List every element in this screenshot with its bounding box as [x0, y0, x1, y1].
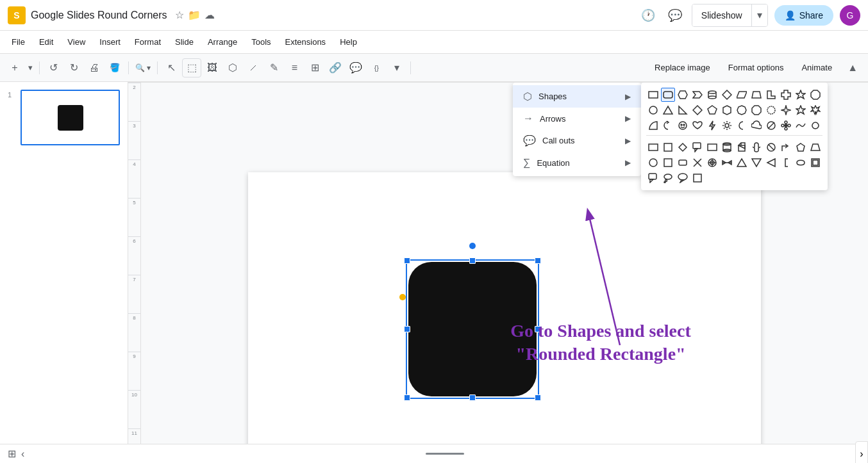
shape-drum[interactable] — [720, 140, 734, 154]
menu-insert[interactable]: Insert — [93, 35, 127, 49]
slide-thumbnail-1[interactable]: 1 — [8, 90, 120, 145]
shape-decagon[interactable] — [764, 103, 778, 117]
print-btn[interactable]: 🖨 — [85, 58, 104, 77]
shape-diamond[interactable] — [720, 88, 734, 102]
star-icon[interactable]: ☆ — [175, 9, 184, 21]
shape-triangle-down[interactable] — [749, 156, 764, 170]
folder-icon[interactable]: 📁 — [188, 9, 201, 21]
shape-star[interactable] — [794, 88, 808, 102]
shape-circle[interactable] — [646, 103, 660, 117]
shape-triangle[interactable] — [661, 103, 675, 117]
history-icon[interactable]: 🕐 — [638, 5, 658, 26]
shape-star4[interactable] — [779, 103, 793, 117]
slideshow-label[interactable]: Slideshow — [692, 4, 751, 26]
shape-circle2[interactable] — [646, 156, 660, 170]
shape-l-shape[interactable] — [764, 88, 778, 102]
shape-diamond2[interactable] — [690, 103, 705, 117]
shape-cross[interactable] — [779, 88, 793, 102]
shape-trapezoid[interactable] — [749, 88, 764, 102]
shape-bent-arrow[interactable] — [779, 140, 793, 154]
comment-btn[interactable]: 💬 — [346, 58, 365, 77]
grid-view-icon[interactable]: ⊞ — [8, 448, 16, 460]
pen-btn[interactable]: ✎ — [264, 58, 283, 77]
shape-cylinder-top[interactable] — [705, 88, 719, 102]
shape-curved-arrow[interactable] — [661, 118, 675, 133]
shape-h-line[interactable] — [720, 156, 734, 170]
shape-pentagon[interactable] — [705, 103, 719, 117]
shape-star5[interactable] — [794, 103, 808, 117]
link-btn[interactable]: 🔗 — [326, 58, 345, 77]
shape-heart[interactable] — [690, 118, 705, 133]
line-btn[interactable]: ⟋ — [244, 58, 263, 77]
shape-octagon[interactable] — [808, 88, 822, 102]
format-options-btn[interactable]: Format options — [721, 60, 792, 75]
dropdown-item-equation[interactable]: ∑ Equation ▶ — [513, 152, 641, 174]
slideshow-button[interactable]: Slideshow ▾ — [692, 4, 768, 27]
scroll-bar[interactable] — [426, 453, 464, 455]
shape-wave[interactable] — [794, 118, 808, 133]
redo-btn[interactable]: ↻ — [64, 58, 83, 77]
shape-rectangle[interactable] — [646, 88, 660, 102]
shape-sun[interactable] — [720, 118, 734, 133]
slideshow-dropdown-arrow[interactable]: ▾ — [751, 4, 767, 26]
shape-target[interactable] — [705, 156, 719, 170]
shape-frame[interactable] — [808, 156, 822, 170]
shape-moon[interactable] — [735, 118, 749, 133]
image-btn[interactable]: 🖼 — [203, 58, 222, 77]
cloud-icon[interactable]: ☁ — [204, 9, 215, 21]
zoom-control[interactable]: 🔍 ▾ — [133, 58, 153, 77]
shape-x-mark[interactable] — [690, 156, 705, 170]
handle-bot-right[interactable] — [535, 394, 541, 401]
add-btn[interactable]: + — [5, 58, 24, 77]
menu-help[interactable]: Help — [333, 35, 363, 49]
shape-parallelogram[interactable] — [735, 88, 749, 102]
shape-lightning[interactable] — [705, 118, 719, 133]
shape-diamond3[interactable] — [676, 140, 690, 154]
zoom-dropdown[interactable]: ▾ — [26, 58, 35, 77]
slide[interactable]: Go to Shapes and select "Rounded Rectang… — [248, 172, 761, 463]
shape-octagon2[interactable] — [749, 103, 764, 117]
menu-edit[interactable]: Edit — [33, 35, 60, 49]
shape-curve[interactable] — [794, 156, 808, 170]
handle-top-right[interactable] — [535, 257, 541, 264]
shape-quarter-circle[interactable] — [646, 118, 660, 133]
shape-banned[interactable] — [764, 118, 778, 133]
cursor-btn[interactable]: ↖ — [162, 58, 181, 77]
shape-brace[interactable] — [749, 140, 764, 154]
shape-rounded-rectangle[interactable] — [661, 88, 675, 102]
animate-btn[interactable]: Animate — [794, 60, 840, 75]
menu-file[interactable]: File — [5, 35, 31, 49]
dropdown-item-callouts[interactable]: 💬 Call outs ▶ — [513, 129, 641, 152]
shape-speech-bubble[interactable] — [646, 171, 660, 185]
handle-bot-left[interactable] — [404, 394, 410, 401]
collapse-toolbar-btn[interactable]: ▲ — [842, 60, 863, 76]
shape-thought-bubble[interactable] — [661, 171, 675, 185]
handle-top-left[interactable] — [404, 257, 410, 264]
more-btn[interactable]: ▾ — [387, 58, 406, 77]
share-button[interactable]: 👤 Share — [774, 5, 833, 26]
text-align-btn[interactable]: ≡ — [285, 58, 304, 77]
slide-preview[interactable] — [21, 90, 120, 145]
menu-arrange[interactable]: Arrange — [201, 35, 244, 49]
undo-btn[interactable]: ↺ — [44, 58, 63, 77]
shape-pentagon2[interactable] — [794, 140, 808, 154]
shape-chevron-rect[interactable] — [690, 88, 705, 102]
shape-rect-snip2[interactable] — [661, 156, 675, 170]
shape-bevel-rect[interactable] — [676, 88, 690, 102]
shape-cloud[interactable] — [749, 118, 764, 133]
shape-snip-rect[interactable] — [661, 140, 675, 154]
menu-view[interactable]: View — [61, 35, 92, 49]
user-avatar[interactable]: G — [840, 5, 860, 26]
shape-heptagon[interactable] — [735, 103, 749, 117]
shape-callout-rect[interactable] — [690, 140, 705, 154]
shape-rect2[interactable] — [646, 140, 660, 154]
shape-oval-callout[interactable] — [676, 171, 690, 185]
paint-format-btn[interactable]: 🪣 — [105, 58, 124, 77]
right-panel-collapse[interactable]: › — [855, 441, 868, 464]
dropdown-item-shapes[interactable]: ⬡ Shapes ▶ — [513, 85, 641, 108]
shape-trapezoid2[interactable] — [808, 140, 822, 154]
replace-image-btn[interactable]: Replace image — [647, 60, 718, 75]
code-btn[interactable]: {} — [367, 58, 386, 77]
menu-format[interactable]: Format — [128, 35, 167, 49]
menu-tools[interactable]: Tools — [245, 35, 277, 49]
